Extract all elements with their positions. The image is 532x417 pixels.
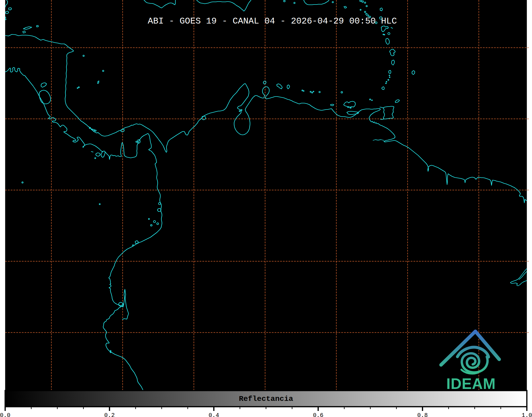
svg-text:0.6: 0.6: [313, 412, 324, 417]
svg-text:0.4: 0.4: [208, 412, 219, 417]
svg-text:IDEAM: IDEAM: [446, 375, 496, 392]
svg-text:Reflectancia: Reflectancia: [239, 395, 293, 403]
svg-text:0.2: 0.2: [104, 412, 115, 417]
svg-text:0.0: 0.0: [0, 412, 10, 417]
svg-text:ABI - GOES 19 - CANAL 04 - 202: ABI - GOES 19 - CANAL 04 - 2026-04-29 00…: [148, 16, 397, 26]
svg-text:1.0: 1.0: [522, 412, 532, 417]
svg-text:0.8: 0.8: [417, 412, 428, 417]
